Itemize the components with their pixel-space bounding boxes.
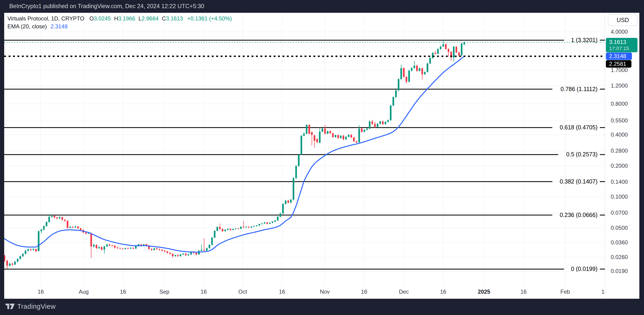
candle-down [172,254,174,256]
candle-up [322,129,323,132]
candle-up [429,58,431,64]
candle-up [348,135,350,137]
candle-down [67,221,68,228]
axis-corner [605,286,639,299]
candle-up [75,227,76,227]
candle-down [4,256,5,261]
candle-up [256,225,258,226]
candle-up [180,254,181,256]
legend-symbol-row[interactable]: Virtuals Protocol, 1D, CRYPTOO3.0245H3.1… [8,15,232,22]
bar-countdown: 17:07:15 [609,45,638,52]
candle-down [406,77,407,82]
candle-up [419,68,420,71]
candle-up [93,245,94,247]
candle-down [238,228,239,229]
candle-down [382,121,384,124]
candle-up [300,136,302,154]
candle-down [109,244,110,245]
candle-down [72,227,74,227]
tradingview-wordmark[interactable]: TradingView [17,299,56,314]
candle-up [224,230,226,231]
candle-up [366,129,368,130]
candle-down [248,227,250,227]
candle-up [392,97,394,105]
candle-down [316,139,318,142]
candle-down [403,68,404,77]
candle-down [314,135,315,141]
candle-down [30,249,32,250]
candle-up [251,227,252,227]
time-axis[interactable]: 16Aug16Sep16Oct16Nov16Dec16202516Feb16 [4,286,605,299]
time-axis-label: 16 [193,286,214,298]
candle-up [387,120,389,122]
candle-down [196,253,197,255]
candle-up [98,247,100,248]
candle-up [395,90,397,97]
price-axis[interactable]: USD 3.1613 17:07:15 2.3148 2.2581 4.0000… [605,13,639,286]
price-axis-label: 0.1000 [611,193,628,200]
ema-indicator-label[interactable]: EMA (20, close) [8,23,47,29]
candle-up [426,63,428,72]
candle-down [161,250,163,251]
candle-up [285,201,286,204]
candle-up [208,245,210,248]
candle-up [130,248,131,249]
candle-down [159,249,160,250]
candle-up [51,216,52,217]
high-label: H [114,15,118,21]
candle-down [85,232,87,234]
candle-down [219,227,221,229]
candle-up [269,223,270,224]
candle-down [114,246,116,248]
candle-up [369,121,370,129]
time-axis-label: 2025 [474,286,494,298]
tradingview-snapshot: BeInCrypto1 published on TradingView.com… [0,0,644,315]
candle-up [124,248,126,249]
high-value: 3.1966 [118,15,135,21]
candle-up [48,217,50,222]
candle-up [340,136,342,138]
candle-up [319,132,320,143]
candle-up [400,68,402,79]
price-pane[interactable]: 1 (3.3201)0.786 (1.1112)0.618 (0.4705)0.… [4,13,605,286]
price-axis-label: 1.7000 [611,67,628,74]
candle-up [442,44,444,46]
tradingview-logo-icon[interactable] [6,304,15,310]
candle-up [227,229,228,230]
candle-down [56,217,58,218]
price-pane-svg[interactable]: 1 (3.3201)0.786 (1.1112)0.618 (0.4705)0.… [4,13,605,286]
time-axis-label: 16 [112,286,134,298]
candle-down [422,68,423,74]
candle-down [243,227,244,227]
candle-up [277,217,278,221]
candle-down [266,222,268,224]
price-axis-label: 0.0260 [611,254,628,261]
candle-down [337,135,339,138]
price-axis-label: 0.0500 [611,224,628,231]
candle-down [332,133,334,137]
candle-down [374,124,376,127]
time-axis-label: Sep [154,286,175,298]
candle-down [350,135,352,137]
fib-level-label: 0.5 (0.2573) [566,151,598,157]
candle-down [372,121,373,124]
fib-level-label: 0.786 (1.1112) [560,86,598,92]
price-axis-label: 0.4000 [611,131,628,138]
candle-down [156,248,158,249]
price-axis-label: 0.0700 [611,209,628,216]
candle-down [287,201,289,203]
candle-up [25,251,26,254]
candle-up [408,71,410,82]
price-axis-label: 0.0360 [611,239,628,246]
candle-up [143,244,144,245]
candle-down [80,228,82,230]
legend-ema-row[interactable]: EMA (20, close)2.3148 [8,22,232,30]
last-price-value: 3.1613 [609,39,638,45]
candle-down [54,216,55,217]
symbol-title[interactable]: Virtuals Protocol, 1D, CRYPTO [8,15,84,21]
time-axis-label: 16 [354,286,374,298]
candle-up [182,254,184,254]
candle-up [106,244,108,247]
time-axis-label: Dec [393,286,414,298]
currency-toggle-button[interactable]: USD [608,14,638,26]
